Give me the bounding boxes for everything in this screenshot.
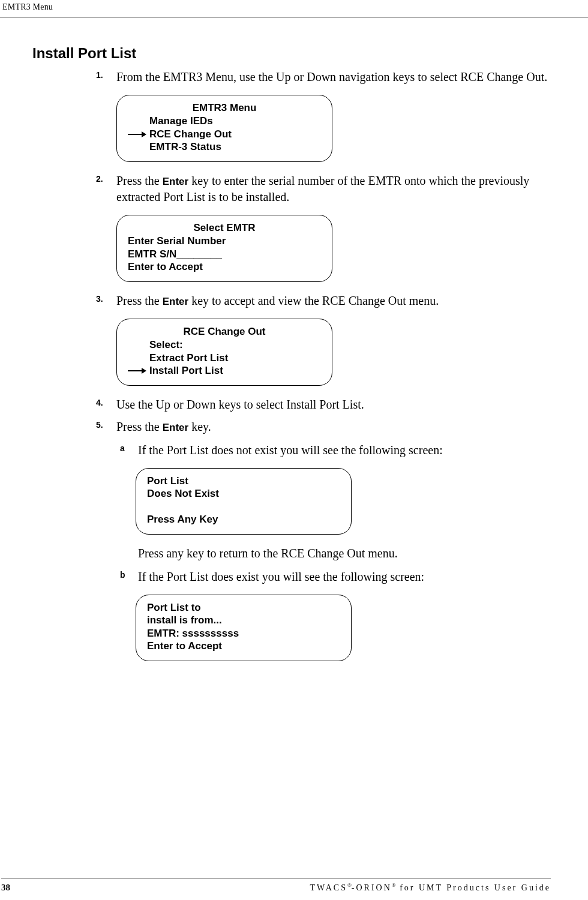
- step-text: From the EMTR3 Menu, use the Up or Down …: [116, 69, 551, 85]
- lcd-screen: EMTR3 Menu Manage IEDs RCE Change Out EM…: [116, 95, 332, 162]
- step-text: Use the Up or Down keys to select Instal…: [116, 397, 551, 413]
- screen-line: Does Not Exist: [147, 487, 340, 500]
- screen-line: Enter Serial Number: [128, 235, 321, 247]
- screen-line: install is from...: [147, 614, 340, 626]
- step-number: 3.: [96, 294, 103, 304]
- screen-line: RCE Change Out: [128, 128, 321, 140]
- step-text: Press the Enter key to enter the serial …: [116, 173, 551, 205]
- footer-rule: [1, 878, 551, 878]
- screen-line: EMTR-3 Status: [128, 140, 321, 153]
- step-3: 3. Press the Enter key to accept and vie…: [116, 293, 551, 386]
- screen-title: Select EMTR: [128, 221, 321, 234]
- step-text: Press the Enter key.: [116, 419, 551, 435]
- step-4: 4. Use the Up or Down keys to select Ins…: [116, 397, 551, 413]
- screen-line: Extract Port List: [128, 352, 321, 364]
- page-number: 38: [1, 883, 10, 893]
- step-2: 2. Press the Enter key to enter the seri…: [116, 173, 551, 282]
- screen-line: Install Port List: [128, 364, 321, 377]
- running-header: EMTR3 Menu: [1, 2, 551, 12]
- screen-line: [147, 500, 340, 513]
- screen-line: Press Any Key: [147, 513, 340, 526]
- substep-text: If the Port List does exist you will see…: [138, 569, 551, 585]
- screen-line: Enter to Accept: [128, 260, 321, 273]
- page-footer: 38 TWACS®-ORION® for UMT Products User G…: [0, 878, 588, 893]
- screen-line: Select:: [128, 338, 321, 351]
- substep-letter: b: [120, 570, 125, 580]
- screen-line: Manage IEDs: [128, 115, 321, 127]
- step-number: 5.: [96, 420, 103, 430]
- screen-line: EMTR S/N________: [128, 248, 321, 260]
- screen-line: Port List: [147, 475, 340, 487]
- substep-letter: a: [120, 443, 125, 453]
- screen-line: Enter to Accept: [147, 640, 340, 652]
- step-number: 2.: [96, 174, 103, 184]
- step-text: Press the Enter key to accept and view t…: [116, 293, 551, 309]
- substep-text: If the Port List does not exist you will…: [138, 442, 551, 458]
- footer-title: TWACS®-ORION® for UMT Products User Guid…: [310, 882, 551, 893]
- screen-line: Port List to: [147, 601, 340, 614]
- lcd-screen: Select EMTR Enter Serial Number EMTR S/N…: [116, 215, 332, 282]
- arrow-icon: [128, 131, 147, 137]
- step-5: 5. Press the Enter key. a If the Port Li…: [116, 419, 551, 661]
- substep-b: b If the Port List does exist you will s…: [138, 569, 551, 661]
- lcd-screen: Port List Does Not Exist Press Any Key: [136, 468, 352, 535]
- lcd-screen: Port List to install is from... EMTR: ss…: [136, 595, 352, 661]
- substep-a: a If the Port List does not exist you wi…: [138, 442, 551, 562]
- header-rule: [0, 17, 588, 17]
- screen-line: EMTR: ssssssssss: [147, 627, 340, 640]
- step-1: 1. From the EMTR3 Menu, use the Up or Do…: [116, 69, 551, 162]
- section-heading: Install Port List: [32, 45, 551, 62]
- step-number: 4.: [96, 398, 103, 407]
- lcd-screen: RCE Change Out Select: Extract Port List…: [116, 319, 332, 386]
- substep-after-text: Press any key to return to the RCE Chang…: [138, 545, 551, 562]
- arrow-icon: [128, 368, 147, 374]
- step-number: 1.: [96, 70, 103, 80]
- screen-title: RCE Change Out: [128, 325, 321, 338]
- screen-title: EMTR3 Menu: [128, 101, 321, 114]
